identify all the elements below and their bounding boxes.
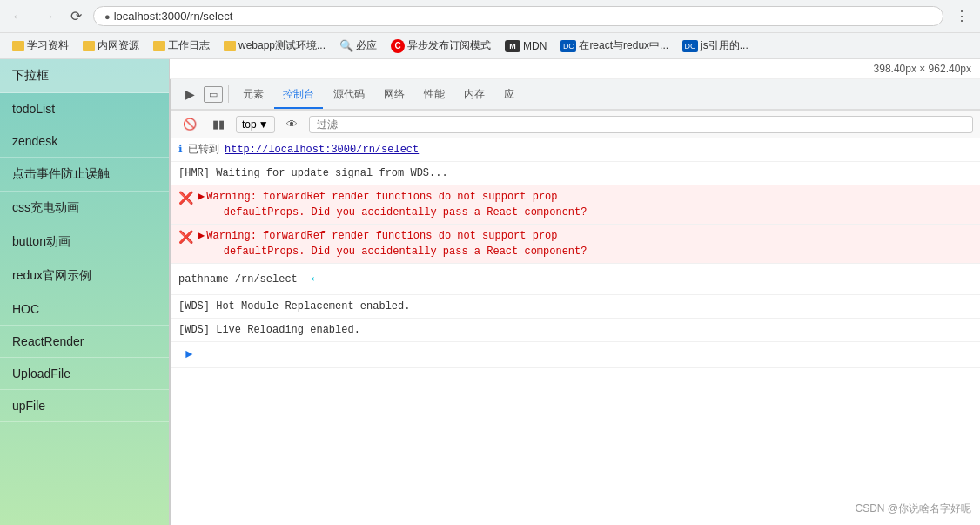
bookmark-js[interactable]: DC js引用的... <box>677 37 754 55</box>
nav-bar: ← → ⟳ ● localhost:3000/rn/select ⋮ <box>0 0 980 33</box>
sidebar-item-reactrender[interactable]: ReactRender <box>0 326 169 358</box>
tab-separator-1 <box>228 85 229 103</box>
folder-icon <box>153 41 165 51</box>
console-output: ℹ 已转到 http://localhost:3000/rn/select [H… <box>171 138 980 525</box>
folder-icon <box>224 41 236 51</box>
sidebar-item-todolist[interactable]: todoList <box>0 93 169 125</box>
redirect-text: 已转到 <box>188 142 219 158</box>
reload-button[interactable]: ⟳ <box>66 6 86 26</box>
tab-memory[interactable]: 内存 <box>455 82 493 109</box>
sidebar: 下拉框 todoList zendesk 点击事件防止误触 css充电动画 bu… <box>0 59 170 525</box>
expand-triangle-2[interactable]: ▶ <box>198 230 205 242</box>
console-bar: 🚫 ▮▮ top ▼ 👁 <box>171 111 980 138</box>
wds-live-text: [WDS] Live Reloading enabled. <box>178 322 360 338</box>
expand-triangle-1[interactable]: ▶ <box>198 191 205 203</box>
console-line-wds-live: [WDS] Live Reloading enabled. <box>171 319 980 342</box>
console-line-error1: ❌ ▶Warning: forwardRef render functions … <box>171 185 980 225</box>
bookmark-mdn[interactable]: M MDN <box>500 38 552 54</box>
cursor-icon[interactable]: ▶ <box>178 82 202 106</box>
bookmark-neiwangyuanyuan[interactable]: 内网资源 <box>77 37 144 55</box>
content-area: 398.40px × 962.40px ▶ ▭ 元素 控制台 源代码 网络 性能… <box>170 59 980 525</box>
forward-button[interactable]: → <box>37 7 59 26</box>
error-icon-2: ❌ <box>178 229 193 247</box>
folder-icon <box>12 41 24 51</box>
m-icon: M <box>505 40 520 52</box>
bookmark-xuexiziliao[interactable]: 学习资料 <box>7 37 74 55</box>
sidebar-item-css-charge[interactable]: css充电动画 <box>0 192 169 225</box>
folder-icon <box>83 41 95 51</box>
console-prompt-icon[interactable]: ► <box>178 346 192 364</box>
tab-console[interactable]: 控制台 <box>274 82 323 109</box>
device-icon[interactable]: ▭ <box>204 86 223 103</box>
pathname-text: pathname /rn/select <box>178 272 298 287</box>
error-icon-1: ❌ <box>178 190 193 208</box>
bookmark-async[interactable]: C 异步发布订阅模式 <box>386 37 496 55</box>
sidebar-item-zendesk[interactable]: zendesk <box>0 125 169 158</box>
bookmark-react-redux[interactable]: DC 在react与redux中... <box>555 37 674 55</box>
tab-performance[interactable]: 性能 <box>415 82 453 109</box>
search-icon: 🔍 <box>339 39 353 52</box>
hmr-text: [HMR] Waiting for update signal from WDS… <box>178 165 448 181</box>
csdn-watermark: CSDN @你说啥名字好呢 <box>855 501 971 516</box>
top-dropdown[interactable]: top ▼ <box>236 116 275 133</box>
info-icon: ℹ <box>178 142 183 158</box>
bookmarks-bar: 学习资料 内网资源 工作日志 webapp测试环境... 🔍 必应 C 异步发布… <box>0 33 980 59</box>
eye-button[interactable]: 👁 <box>282 115 302 133</box>
sidebar-item-uploadfile[interactable]: UploadFile <box>0 358 169 390</box>
dc-icon2: DC <box>682 40 698 52</box>
tab-elements[interactable]: 元素 <box>234 82 272 109</box>
sidebar-item-upfile[interactable]: upFile <box>0 390 169 422</box>
dc-icon: DC <box>560 40 576 52</box>
tab-sources[interactable]: 源代码 <box>325 82 373 109</box>
sidebar-item-button-anim[interactable]: button动画 <box>0 225 169 259</box>
sidebar-item-xialakoung[interactable]: 下拉框 <box>0 59 169 93</box>
sidebar-item-click-prevent[interactable]: 点击事件防止误触 <box>0 158 169 192</box>
bookmark-webapp[interactable]: webapp测试环境... <box>218 37 331 55</box>
main-layout: 下拉框 todoList zendesk 点击事件防止误触 css充电动画 bu… <box>0 59 980 525</box>
browser-chrome: ← → ⟳ ● localhost:3000/rn/select ⋮ 学习资料 … <box>0 0 980 59</box>
devtools-panel: ▶ ▭ 元素 控制台 源代码 网络 性能 内存 应 🚫 ▮▮ top ▼ 👁 <box>170 79 980 525</box>
back-button[interactable]: ← <box>7 7 30 26</box>
console-line-wds-hmr: [WDS] Hot Module Replacement enabled. <box>171 295 980 319</box>
redirect-link[interactable]: http://localhost:3000/rn/select <box>225 142 419 158</box>
dimension-text: 398.40px × 962.40px <box>874 63 971 75</box>
teal-arrow-icon: ← <box>312 267 321 291</box>
address-bar[interactable]: ● localhost:3000/rn/select <box>93 6 943 26</box>
console-line-pathname: pathname /rn/select ← <box>171 264 980 295</box>
sidebar-item-redux[interactable]: redux官网示例 <box>0 259 169 293</box>
error-text-1: ▶Warning: forwardRef render functions do… <box>198 189 587 220</box>
dimension-bar: 398.40px × 962.40px <box>170 59 980 79</box>
console-line-hmr: [HMR] Waiting for update signal from WDS… <box>171 162 980 185</box>
sidebar-item-hoc[interactable]: HOC <box>0 293 169 326</box>
clear-console-button[interactable]: 🚫 <box>178 115 201 133</box>
filter-input[interactable] <box>309 116 973 133</box>
top-label: top <box>242 118 257 131</box>
dropdown-arrow-icon: ▼ <box>258 118 269 131</box>
pause-button[interactable]: ▮▮ <box>208 115 229 133</box>
console-prompt-line[interactable]: ► <box>171 342 980 368</box>
error-text-2: ▶Warning: forwardRef render functions do… <box>198 228 587 259</box>
tab-network[interactable]: 网络 <box>375 82 413 109</box>
tab-application[interactable]: 应 <box>495 82 523 109</box>
bookmark-biying[interactable]: 🔍 必应 <box>334 37 382 55</box>
c-icon: C <box>391 39 405 53</box>
bookmark-gongzuorizhi[interactable]: 工作日志 <box>148 37 215 55</box>
url-text: localhost:3000/rn/select <box>114 10 233 23</box>
console-line-redirect: ℹ 已转到 http://localhost:3000/rn/select <box>171 138 980 162</box>
console-line-error2: ❌ ▶Warning: forwardRef render functions … <box>171 225 980 264</box>
extensions-button[interactable]: ⋮ <box>950 6 973 26</box>
wds-hmr-text: [WDS] Hot Module Replacement enabled. <box>178 299 410 314</box>
lock-icon: ● <box>104 11 111 22</box>
devtools-tab-bar: ▶ ▭ 元素 控制台 源代码 网络 性能 内存 应 <box>171 79 980 111</box>
